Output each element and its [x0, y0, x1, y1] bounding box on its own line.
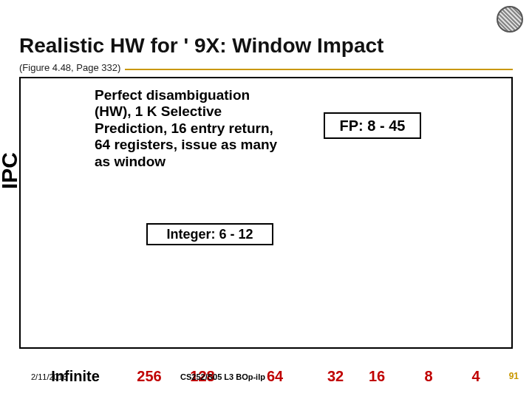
fp-range-box: FP: 8 - 45: [324, 112, 421, 139]
footer-course: CS252/S05 L3 BOp-ilp: [180, 372, 265, 381]
seal-logo: [497, 6, 523, 33]
page-number: 91: [509, 371, 519, 381]
x-tick-8: 8: [424, 368, 432, 385]
x-tick-256: 256: [137, 368, 161, 385]
x-tick-16: 16: [369, 368, 385, 385]
x-tick-32: 32: [327, 368, 344, 385]
footer-date: 2/11/2016: [31, 372, 67, 381]
x-tick-64: 64: [267, 368, 283, 385]
subtitle-row: (Figure 4.48, Page 332): [19, 61, 513, 75]
page-title: Realistic HW for ' 9X: Window Impact: [19, 34, 383, 58]
x-tick-4: 4: [471, 368, 480, 385]
x-axis: Infinite 256 128 64 32 16 8 4: [46, 368, 525, 386]
figure-reference: (Figure 4.48, Page 332): [19, 62, 125, 73]
integer-range-box: Integer: 6 - 12: [146, 223, 273, 245]
config-description: Perfect disambiguation (HW), 1 K Selecti…: [95, 87, 283, 170]
y-axis-label: IPC: [0, 152, 22, 189]
